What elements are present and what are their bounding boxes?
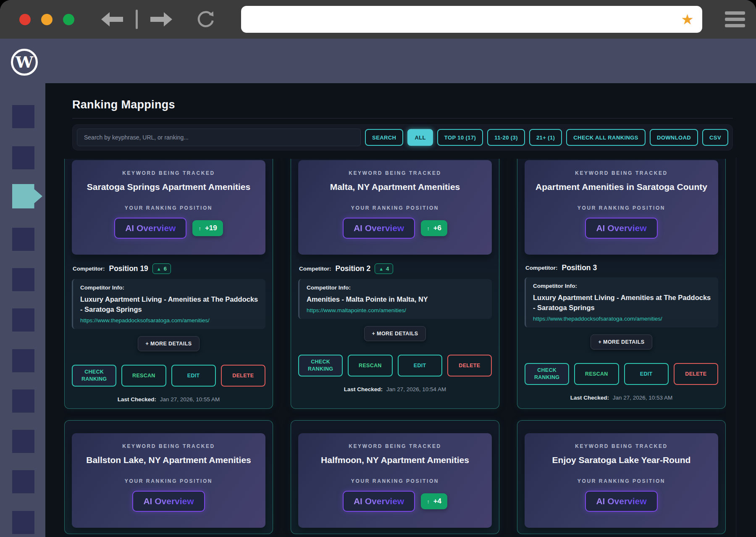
download-button[interactable]: DOWNLOAD bbox=[650, 129, 698, 146]
scrollbar-track[interactable] bbox=[736, 158, 736, 537]
keyword-tracked-label: KEYWORD BEING TRACKED bbox=[79, 443, 258, 449]
last-checked-value: Jan 27, 2026, 10:53 AM bbox=[613, 395, 673, 401]
check-ranking-button[interactable]: CHECK RANKING bbox=[298, 355, 343, 376]
up-triangle-icon: ▲ bbox=[157, 266, 161, 271]
ai-overview-button[interactable]: AI Overview bbox=[343, 218, 415, 239]
keyword-tracked-label: KEYWORD BEING TRACKED bbox=[306, 170, 484, 176]
ai-overview-button[interactable]: AI Overview bbox=[585, 218, 657, 239]
minimize-window-icon[interactable] bbox=[41, 14, 52, 25]
competitor-page-title: Luxury Apartment Living - Amenities at T… bbox=[80, 295, 258, 315]
card-actions: CHECK RANKING RESCAN EDIT DELETE bbox=[525, 363, 718, 385]
edit-button[interactable]: EDIT bbox=[398, 355, 442, 376]
rescan-button[interactable]: RESCAN bbox=[348, 355, 392, 376]
sidebar-item[interactable] bbox=[12, 390, 34, 413]
ai-overview-label: AI Overview bbox=[125, 223, 176, 233]
keyword-title: Enjoy Saratoga Lake Year-Round bbox=[532, 455, 711, 466]
competitor-row: Competitor: Position 19 ▲ 6 bbox=[73, 263, 265, 274]
last-checked-label: Last Checked: bbox=[344, 386, 383, 392]
sidebar-item-active[interactable] bbox=[12, 184, 42, 208]
menu-icon[interactable] bbox=[725, 11, 745, 27]
up-arrow-icon: ↑ bbox=[427, 498, 430, 505]
rescan-button[interactable]: RESCAN bbox=[574, 363, 619, 385]
check-ranking-button[interactable]: CHECK RANKING bbox=[72, 365, 116, 387]
delete-button[interactable]: DELETE bbox=[221, 365, 265, 387]
sidebar-item[interactable] bbox=[12, 146, 34, 169]
rescan-button[interactable]: RESCAN bbox=[121, 365, 166, 387]
card-actions: CHECK RANKING RESCAN EDIT DELETE bbox=[72, 365, 265, 387]
ranking-card: KEYWORD BEING TRACKED Apartment Amenitie… bbox=[517, 159, 726, 409]
ai-overview-button[interactable]: AI Overview bbox=[132, 491, 205, 512]
competitor-info-label: Competitor Info: bbox=[307, 284, 485, 291]
competitor-label: Competitor: bbox=[73, 266, 105, 272]
up-arrow-icon: ↑ bbox=[427, 225, 430, 232]
main-panel: Ranking Mappings SEARCH ALL TOP 10 (17) … bbox=[45, 83, 756, 537]
sidebar-item[interactable] bbox=[12, 511, 34, 534]
last-checked-value: Jan 27, 2026, 10:55 AM bbox=[160, 396, 220, 403]
address-bar[interactable]: ★ bbox=[241, 6, 702, 33]
search-toolbar: SEARCH ALL TOP 10 (17) 11-20 (3) 21+ (1)… bbox=[72, 124, 733, 150]
ai-overview-button[interactable]: AI Overview bbox=[585, 491, 657, 512]
filter-top10-button[interactable]: TOP 10 (17) bbox=[437, 129, 483, 146]
browser-chrome: ★ bbox=[0, 0, 756, 39]
sidebar-item[interactable] bbox=[12, 430, 34, 453]
filter-21plus-button[interactable]: 21+ (1) bbox=[529, 129, 562, 146]
ai-overview-button[interactable]: AI Overview bbox=[343, 491, 415, 512]
more-details-button[interactable]: + MORE DETAILS bbox=[138, 336, 200, 351]
keyword-title: Apartment Amenities in Saratoga County bbox=[532, 182, 711, 192]
check-ranking-button[interactable]: CHECK RANKING bbox=[525, 363, 569, 385]
page-title: Ranking Mappings bbox=[72, 98, 733, 111]
search-button[interactable]: SEARCH bbox=[365, 129, 403, 146]
keyword-title: Malta, NY Apartment Amenities bbox=[306, 182, 484, 192]
reload-icon[interactable] bbox=[196, 9, 216, 29]
forward-icon[interactable] bbox=[150, 12, 172, 26]
browser-window: ★ W Ranking Mappings SEARCH ALL TOP 10 (… bbox=[0, 0, 756, 537]
ai-overview-button[interactable]: AI Overview bbox=[114, 218, 186, 239]
card-header: KEYWORD BEING TRACKED Halfmoon, NY Apart… bbox=[298, 433, 492, 528]
card-header: KEYWORD BEING TRACKED Ballston Lake, NY … bbox=[72, 433, 265, 528]
url-input[interactable] bbox=[249, 15, 681, 24]
competitor-url-link[interactable]: https://www.thepaddocksofsaratoga.com/am… bbox=[533, 316, 711, 322]
sidebar-item[interactable] bbox=[12, 308, 34, 332]
delete-button[interactable]: DELETE bbox=[447, 355, 492, 376]
more-details-button[interactable]: + MORE DETAILS bbox=[364, 326, 426, 341]
ranking-position-label: YOUR RANKING POSITION bbox=[306, 478, 484, 484]
more-details-button[interactable]: + MORE DETAILS bbox=[591, 334, 653, 350]
competitor-change-badge: ▲ 4 bbox=[375, 263, 393, 274]
keyword-title: Saratoga Springs Apartment Amenities bbox=[79, 182, 258, 192]
ranking-change-value: +19 bbox=[205, 224, 217, 232]
competitor-url-link[interactable]: https://www.maltapointe.com/amenities/ bbox=[307, 307, 485, 313]
sidebar-item[interactable] bbox=[12, 105, 34, 128]
edit-button[interactable]: EDIT bbox=[171, 365, 216, 387]
sidebar-item[interactable] bbox=[12, 349, 34, 372]
back-icon[interactable] bbox=[101, 12, 123, 26]
keyword-title: Ballston Lake, NY Apartment Amenities bbox=[79, 455, 258, 466]
competitor-url-link[interactable]: https://www.thepaddocksofsaratoga.com/am… bbox=[80, 317, 258, 324]
sidebar-item[interactable] bbox=[12, 228, 34, 251]
close-window-icon[interactable] bbox=[19, 14, 31, 25]
ranking-card: KEYWORD BEING TRACKED Malta, NY Apartmen… bbox=[291, 159, 499, 409]
filter-11-20-button[interactable]: 11-20 (3) bbox=[487, 129, 525, 146]
competitor-info-label: Competitor Info: bbox=[533, 283, 711, 289]
keyword-tracked-label: KEYWORD BEING TRACKED bbox=[532, 170, 711, 176]
search-input[interactable] bbox=[77, 129, 361, 146]
ranking-position-label: YOUR RANKING POSITION bbox=[532, 478, 711, 484]
ranking-change-badge: ↑ +4 bbox=[421, 493, 447, 509]
keyword-tracked-label: KEYWORD BEING TRACKED bbox=[306, 443, 484, 449]
csv-button[interactable]: CSV bbox=[702, 129, 728, 146]
delete-button[interactable]: DELETE bbox=[674, 363, 718, 385]
card-header: KEYWORD BEING TRACKED Saratoga Springs A… bbox=[72, 160, 265, 255]
maximize-window-icon[interactable] bbox=[63, 14, 74, 25]
competitor-change-value: 6 bbox=[164, 266, 167, 272]
check-all-rankings-button[interactable]: CHECK ALL RANKINGS bbox=[566, 129, 646, 146]
last-checked-row: Last Checked: Jan 27, 2026, 10:54 AM bbox=[298, 386, 492, 392]
ranking-position-label: YOUR RANKING POSITION bbox=[79, 478, 258, 484]
ranking-position-label: YOUR RANKING POSITION bbox=[79, 205, 258, 211]
keyword-tracked-label: KEYWORD BEING TRACKED bbox=[532, 443, 711, 449]
sidebar-item[interactable] bbox=[12, 268, 34, 291]
ranking-change-value: +6 bbox=[433, 224, 441, 232]
last-checked-row: Last Checked: Jan 27, 2026, 10:55 AM bbox=[72, 396, 265, 403]
bookmark-star-icon[interactable]: ★ bbox=[681, 12, 694, 26]
sidebar-item[interactable] bbox=[12, 470, 34, 493]
filter-all-button[interactable]: ALL bbox=[407, 129, 433, 146]
edit-button[interactable]: EDIT bbox=[624, 363, 669, 385]
